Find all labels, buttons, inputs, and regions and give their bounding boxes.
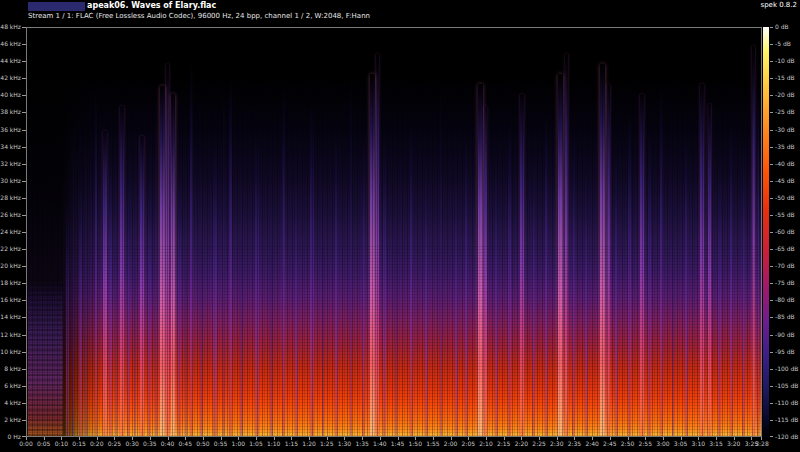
time-tick-mark	[698, 437, 699, 440]
time-tick-label: 2:55	[638, 441, 651, 447]
time-tick-label: 0:50	[196, 441, 209, 447]
db-tick-label: -80 dB	[775, 297, 795, 303]
freq-tick-label: 4 kHz	[4, 400, 21, 406]
freq-tick-label: 18 kHz	[0, 280, 21, 286]
time-tick-mark	[61, 437, 62, 440]
db-tick-mark	[770, 95, 773, 96]
time-tick-label: 2:00	[444, 441, 457, 447]
db-tick-mark	[770, 436, 773, 437]
db-tick-mark	[770, 61, 773, 62]
db-tick-mark	[770, 198, 773, 199]
time-tick-label: 1:20	[302, 441, 315, 447]
freq-tick-mark	[22, 266, 26, 267]
db-tick-label: -5 dB	[775, 41, 791, 47]
time-tick-label: 0:25	[108, 441, 121, 447]
db-tick-label: -45 dB	[775, 178, 795, 184]
time-tick-mark	[362, 437, 363, 440]
freq-tick-mark	[22, 369, 26, 370]
time-tick-mark	[451, 437, 452, 440]
time-tick-label: 2:10	[479, 441, 492, 447]
db-tick-mark	[770, 317, 773, 318]
db-tick-mark	[770, 335, 773, 336]
time-tick-mark	[132, 437, 133, 440]
db-tick-label: -10 dB	[775, 58, 795, 64]
time-tick-mark	[610, 437, 611, 440]
time-tick-label: 3:15	[709, 441, 722, 447]
db-tick-label: -55 dB	[775, 212, 795, 218]
freq-tick-label: 32 kHz	[0, 161, 21, 167]
title-highlight-box	[28, 2, 85, 11]
time-tick-mark	[398, 437, 399, 440]
time-tick-mark	[26, 437, 27, 440]
freq-tick-mark	[22, 147, 26, 148]
db-tick-label: -90 dB	[775, 332, 795, 338]
db-tick-mark	[770, 352, 773, 353]
time-tick-label: 0:55	[214, 441, 227, 447]
db-tick-label: -110 dB	[775, 400, 798, 406]
freq-tick-mark	[22, 78, 26, 79]
time-tick-mark	[344, 437, 345, 440]
db-tick-label: -20 dB	[775, 92, 795, 98]
time-tick-label: 2:05	[462, 441, 475, 447]
db-tick-mark	[770, 232, 773, 233]
time-tick-mark	[327, 437, 328, 440]
freq-tick-mark	[22, 300, 26, 301]
freq-tick-mark	[22, 198, 26, 199]
time-tick-mark	[751, 437, 752, 440]
freq-tick-label: 14 kHz	[0, 314, 21, 320]
freq-tick-mark	[22, 95, 26, 96]
db-tick-mark	[770, 386, 773, 387]
freq-tick-label: 48 kHz	[0, 24, 21, 30]
time-tick-mark	[628, 437, 629, 440]
freq-tick-mark	[22, 61, 26, 62]
freq-tick-mark	[22, 232, 26, 233]
db-tick-mark	[770, 283, 773, 284]
db-tick-label: -95 dB	[775, 349, 795, 355]
time-tick-mark	[185, 437, 186, 440]
db-tick-mark	[770, 369, 773, 370]
time-tick-label: 3:00	[656, 441, 669, 447]
db-tick-label: -50 dB	[775, 195, 795, 201]
time-tick-label: 3:20	[727, 441, 740, 447]
time-tick-label: 1:45	[391, 441, 404, 447]
freq-tick-label: 36 kHz	[0, 127, 21, 133]
spectrogram-plot	[26, 27, 762, 437]
freq-tick-mark	[22, 403, 26, 404]
time-tick-mark	[168, 437, 169, 440]
frequency-ruler: 48 kHz46 kHz44 kHz42 kHz40 kHz38 kHz36 k…	[0, 27, 26, 437]
time-tick-mark	[97, 437, 98, 440]
time-tick-label: 0:00	[19, 441, 32, 447]
duration-tick-mark	[761, 437, 762, 440]
time-tick-mark	[238, 437, 239, 440]
time-tick-label: 3:05	[674, 441, 687, 447]
time-tick-label: 0:40	[161, 441, 174, 447]
db-tick-mark	[770, 266, 773, 267]
time-tick-mark	[433, 437, 434, 440]
time-tick-mark	[716, 437, 717, 440]
freq-tick-label: 16 kHz	[0, 297, 21, 303]
time-tick-label: 2:25	[532, 441, 545, 447]
time-tick-label: 1:40	[373, 441, 386, 447]
time-tick-label: 0:30	[125, 441, 138, 447]
freq-tick-mark	[22, 249, 26, 250]
db-tick-label: 0 dB	[775, 24, 789, 30]
db-tick-label: -60 dB	[775, 229, 795, 235]
time-tick-label: 0:35	[143, 441, 156, 447]
db-tick-mark	[770, 44, 773, 45]
time-tick-mark	[415, 437, 416, 440]
time-tick-mark	[468, 437, 469, 440]
freq-tick-label: 6 kHz	[4, 383, 21, 389]
freq-tick-label: 40 kHz	[0, 92, 21, 98]
freq-tick-mark	[22, 335, 26, 336]
time-tick-mark	[486, 437, 487, 440]
time-tick-mark	[645, 437, 646, 440]
time-tick-label: 1:15	[285, 441, 298, 447]
time-tick-label: 1:30	[338, 441, 351, 447]
time-tick-mark	[79, 437, 80, 440]
freq-tick-label: 10 kHz	[0, 349, 21, 355]
db-legend-gradient-bar	[763, 27, 769, 437]
db-tick-mark	[770, 403, 773, 404]
time-tick-mark	[309, 437, 310, 440]
time-ruler: 0:000:050:100:150:200:250:300:350:400:45…	[26, 437, 762, 452]
time-tick-mark	[291, 437, 292, 440]
